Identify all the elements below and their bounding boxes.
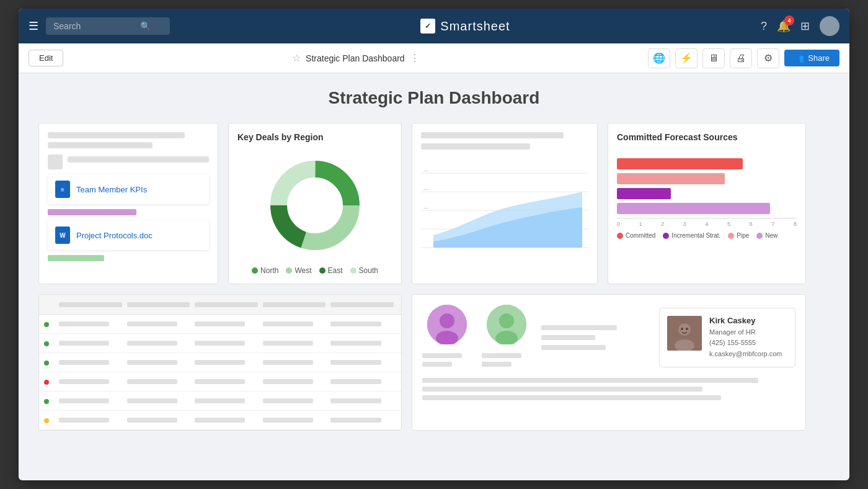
avatar-green <box>487 305 526 344</box>
avatar-svg-2 <box>487 305 526 344</box>
main-content: Strategic Plan Dashboard ≡ Team Member K… <box>19 73 849 480</box>
bli-dot-committed <box>617 233 623 239</box>
row-col4 <box>260 360 329 365</box>
bar-widget: Committed Forecast Sources 0 <box>608 123 806 284</box>
status-dot-5 <box>44 418 49 423</box>
search-icon: 🔍 <box>140 21 151 31</box>
contact-photo-svg <box>667 316 702 351</box>
settings-icon[interactable]: ⚙ <box>757 48 779 68</box>
contact-email: k.caskey@mbfcorp.com <box>709 349 782 360</box>
axis-1: 1 <box>639 221 642 227</box>
bar-incremental <box>617 188 671 199</box>
user-avatar[interactable] <box>820 16 839 36</box>
bli-new: New <box>756 232 777 239</box>
status-dot-1 <box>44 341 49 346</box>
cell-ph <box>330 398 381 403</box>
edit-button[interactable]: Edit <box>29 50 63 66</box>
row-col2 <box>125 418 193 423</box>
green-tag <box>48 255 104 261</box>
team-member-2 <box>482 305 531 370</box>
placeholder-icon <box>48 155 63 169</box>
search-input[interactable] <box>53 21 140 31</box>
toolbar-center: ☆ Strategic Plan Dashboard ⋮ <box>63 52 648 64</box>
bli-incremental: Incremental Strat. <box>663 232 720 239</box>
more-options-icon[interactable]: ⋮ <box>410 52 420 64</box>
axis-0: 0 <box>617 221 620 227</box>
cell-ph <box>195 398 245 403</box>
pb3 <box>68 156 209 163</box>
logo-icon: ✓ <box>420 19 435 34</box>
favorite-icon[interactable]: ☆ <box>292 52 301 64</box>
cell-ph <box>127 379 177 384</box>
table-body <box>39 315 401 430</box>
hamburger-menu[interactable]: ☰ <box>29 19 38 33</box>
bli-lbl-committed: Committed <box>626 232 655 239</box>
cell-ph <box>59 321 109 326</box>
bli-lbl-incremental: Incremental Strat. <box>671 232 720 239</box>
print-icon[interactable]: 🖨 <box>730 48 752 68</box>
contact-info: Manager of HR (425) 155-5555 k.caskey@mb… <box>709 327 782 360</box>
table-row-2 <box>39 353 401 372</box>
team-ph2 <box>541 335 595 340</box>
donut-title: Key Deals by Region <box>237 132 392 142</box>
th-col2 <box>127 302 190 307</box>
share-button[interactable]: 👥 Share <box>784 50 839 66</box>
top-nav: ☰ 🔍 ✓ Smartsheet ? 🔔 4 ⊞ <box>19 9 849 43</box>
row-indicator-3 <box>44 376 56 387</box>
doc-file-item[interactable]: W Project Protocols.doc <box>48 220 209 250</box>
cell-ph <box>330 360 381 365</box>
contact-phone: (425) 155-5555 <box>709 338 782 349</box>
bar-committed <box>617 158 743 169</box>
filter-icon[interactable]: ⚡ <box>675 48 698 68</box>
search-box[interactable]: 🔍 <box>46 17 170 35</box>
row-col4 <box>260 321 329 326</box>
th-col4 <box>263 302 326 307</box>
pb1 <box>48 132 185 138</box>
notifications-icon[interactable]: 🔔 4 <box>777 19 790 33</box>
globe-icon[interactable]: 🌐 <box>648 48 670 68</box>
row-col1 <box>56 379 125 384</box>
toolbar-right: 🌐 ⚡ 🖥 🖨 ⚙ 👥 Share <box>648 48 839 68</box>
bottom-bars <box>422 378 795 400</box>
area-chart: — — — <box>421 155 588 254</box>
doc-file-link[interactable]: Project Protocols.doc <box>76 231 153 240</box>
cell-ph <box>263 379 313 384</box>
nav-actions: ? 🔔 4 ⊞ <box>761 16 839 36</box>
cell-ph <box>59 341 109 346</box>
svg-point-14 <box>294 184 336 227</box>
row-col1 <box>56 418 125 423</box>
li-west: West <box>286 266 311 275</box>
contact-title: Manager of HR <box>709 327 782 338</box>
svg-text:—: — <box>423 186 428 192</box>
status-dot-2 <box>44 361 49 366</box>
bar-row-0 <box>617 158 797 169</box>
status-dot-3 <box>44 380 49 385</box>
kpi-file-link[interactable]: Team Member KPIs <box>76 185 147 194</box>
row-col4 <box>260 398 329 403</box>
team-ph1 <box>541 325 617 330</box>
member1-info <box>422 349 472 370</box>
present-icon[interactable]: 🖥 <box>702 48 725 68</box>
row-col5 <box>328 398 396 403</box>
li-east: East <box>319 266 343 275</box>
row-col5 <box>328 321 396 326</box>
row-col5 <box>328 360 396 365</box>
row-col3 <box>192 321 260 326</box>
svg-point-33 <box>681 328 683 330</box>
row-col2 <box>125 379 193 384</box>
row-indicator-0 <box>44 318 56 330</box>
contact-details: Kirk Caskey Manager of HR (425) 155-5555… <box>709 316 782 360</box>
cell-ph <box>59 379 109 384</box>
apps-grid-icon[interactable]: ⊞ <box>800 19 810 33</box>
kpi-file-item[interactable]: ≡ Team Member KPIs <box>48 174 209 204</box>
row-col1 <box>56 398 125 403</box>
team-content: Kirk Caskey Manager of HR (425) 155-5555… <box>422 305 795 370</box>
help-icon[interactable]: ? <box>761 20 767 33</box>
share-label: Share <box>808 53 830 63</box>
status-dot-0 <box>44 322 49 327</box>
svg-point-34 <box>686 328 688 330</box>
bar-row-3 <box>617 203 797 214</box>
row-indicator-1 <box>44 338 56 349</box>
table-row-0 <box>39 315 401 334</box>
row-col3 <box>192 398 260 403</box>
